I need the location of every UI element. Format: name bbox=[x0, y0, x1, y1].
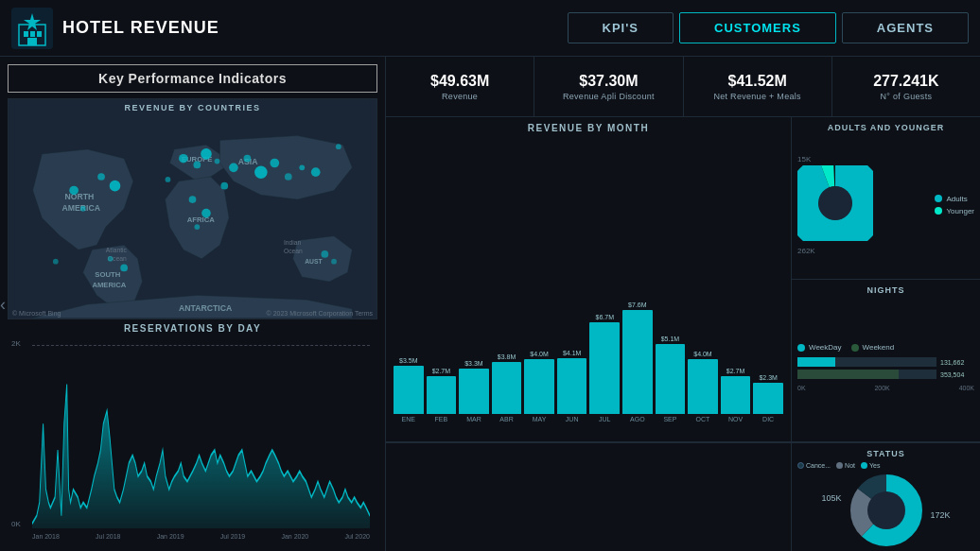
status-outer-label: 172K bbox=[930, 510, 950, 520]
svg-point-41 bbox=[322, 250, 329, 258]
svg-point-22 bbox=[97, 173, 105, 181]
bar-month-mar: MAR bbox=[466, 416, 481, 422]
map-container: REVENUE BY COUNTRIES NOR bbox=[8, 98, 377, 319]
svg-rect-2 bbox=[24, 31, 28, 37]
svg-point-33 bbox=[254, 165, 268, 179]
bar-month-oct: OCT bbox=[696, 416, 710, 422]
bar-val-sep: $5.1M bbox=[661, 336, 679, 342]
weekend-track bbox=[797, 370, 936, 379]
svg-point-49 bbox=[818, 186, 852, 220]
kpi-value-discount: $37.30M bbox=[579, 73, 638, 90]
svg-point-23 bbox=[110, 181, 121, 192]
kpi-label-guests: N° of Guests bbox=[881, 92, 933, 101]
reservations-chart-area: 2K 0K Ja bbox=[11, 337, 374, 542]
bar-month-ene: ENE bbox=[402, 416, 415, 422]
bar-val-feb: $2.7M bbox=[432, 368, 450, 374]
weekday-legend: WeekDay bbox=[797, 343, 842, 352]
status-inner-label: 105K bbox=[822, 493, 842, 503]
res-x-label-1: Jan 2018 bbox=[32, 533, 60, 540]
nav-tabs: KPI'S CUSTOMERS AGENTS bbox=[568, 12, 969, 43]
weekend-fill bbox=[797, 370, 899, 379]
nights-area: WeekDay Weekend bbox=[797, 299, 974, 436]
not-dot bbox=[836, 462, 843, 469]
adults-pie-svg bbox=[797, 165, 873, 241]
bar-val-jul: $6.7M bbox=[596, 314, 614, 320]
svg-point-39 bbox=[201, 209, 211, 218]
header: HOTEL REVENUE KPI'S CUSTOMERS AGENTS bbox=[0, 0, 980, 57]
weekend-label: Weekend bbox=[863, 343, 895, 352]
svg-point-29 bbox=[201, 148, 212, 160]
svg-point-24 bbox=[80, 206, 86, 212]
bar-sep bbox=[656, 344, 686, 414]
res-y-zero: 0K bbox=[11, 520, 21, 528]
bar-col-ago: $7.6MAGO bbox=[622, 301, 653, 422]
bar-val-may: $4.0M bbox=[530, 351, 548, 357]
kpi-title: Key Performance Indicators bbox=[8, 64, 377, 93]
weekday-fill bbox=[797, 357, 835, 367]
res-x-label-3: Jan 2019 bbox=[157, 533, 184, 540]
bar-month-nov: NOV bbox=[728, 416, 743, 422]
bar-jun bbox=[557, 358, 587, 414]
reservations-sparkline bbox=[32, 345, 370, 529]
svg-text:AFRICA: AFRICA bbox=[187, 215, 216, 224]
cancel-legend: Cance... bbox=[797, 462, 831, 469]
bar-mar bbox=[459, 369, 489, 414]
tab-agents[interactable]: AGENTS bbox=[842, 12, 969, 43]
left-panel: Key Performance Indicators REVENUE BY CO… bbox=[0, 57, 386, 551]
kpi-value-guests: 277.241K bbox=[873, 73, 938, 90]
right-panel: $49.63M Revenue $37.30M Revenue Apli Dis… bbox=[386, 57, 980, 551]
svg-point-40 bbox=[194, 224, 200, 230]
svg-text:SOUTH: SOUTH bbox=[95, 270, 120, 279]
adults-top-label: 15K bbox=[797, 155, 873, 164]
tab-customers[interactable]: CUSTOMERS bbox=[679, 12, 836, 43]
kpi-label-net-revenue: Net Revenue + Meals bbox=[713, 92, 801, 101]
svg-rect-3 bbox=[30, 31, 35, 37]
left-nav-arrow[interactable]: ‹ bbox=[0, 294, 6, 314]
bottom-row: STATUS Cance... Not Yes bbox=[386, 442, 980, 551]
bar-chart-area: $3.5MENE$2.7MFEB$3.3MMAR$3.8MABR$4.0MMAY… bbox=[394, 137, 783, 438]
weekend-value: 353,504 bbox=[940, 371, 974, 378]
svg-point-26 bbox=[120, 265, 128, 272]
bar-col-jun: $4.1MJUN bbox=[557, 350, 587, 422]
bar-month-jun: JUN bbox=[566, 416, 579, 422]
svg-point-30 bbox=[215, 159, 220, 164]
svg-text:Atlantic: Atlantic bbox=[106, 247, 128, 253]
logo-icon bbox=[11, 8, 53, 49]
bar-col-may: $4.0MMAY bbox=[524, 351, 554, 422]
weekend-bar-row: 353,504 bbox=[797, 370, 974, 379]
bar-val-oct: $4.0M bbox=[693, 351, 711, 357]
tab-kpis[interactable]: KPI'S bbox=[568, 12, 674, 43]
world-map-svg: NORTH AMERICA SOUTH AMERICA ASIA EUROPE … bbox=[9, 99, 376, 319]
svg-text:AMERICA: AMERICA bbox=[92, 281, 126, 289]
bar-month-abr: ABR bbox=[499, 416, 513, 422]
bar-ene bbox=[394, 366, 424, 414]
weekday-bar-row: 131,662 bbox=[797, 357, 974, 367]
bar-col-feb: $2.7MFEB bbox=[427, 368, 457, 422]
kpi-card-net-revenue: $41.52M Net Revenue + Meals bbox=[684, 57, 832, 116]
weekend-legend: Weekend bbox=[851, 343, 895, 352]
svg-point-36 bbox=[299, 164, 305, 170]
bar-ago bbox=[622, 310, 653, 414]
svg-point-37 bbox=[311, 167, 321, 177]
res-x-label-5: Jan 2020 bbox=[281, 533, 308, 540]
main-content: ‹ Key Performance Indicators REVENUE BY … bbox=[0, 57, 980, 551]
bar-nov bbox=[721, 376, 751, 414]
legend-younger: Younger bbox=[935, 207, 974, 215]
nights-axis: 0K 200K 400K bbox=[797, 383, 974, 391]
bar-month-feb: FEB bbox=[435, 416, 448, 422]
svg-point-25 bbox=[108, 256, 114, 262]
pie-area: 15K 262K bbox=[797, 136, 974, 273]
bar-col-mar: $3.3MMAR bbox=[459, 360, 489, 422]
bar-val-abr: $3.8M bbox=[498, 353, 516, 360]
revenue-chart-title: REVENUE BY MONTH bbox=[394, 123, 783, 133]
revenue-by-month: REVENUE BY MONTH $3.5MENE$2.7MFEB$3.3MMA… bbox=[386, 117, 791, 441]
bar-col-jul: $6.7MJUL bbox=[589, 314, 620, 422]
svg-text:ANTARCTICA: ANTARCTICA bbox=[179, 303, 233, 313]
map-label: REVENUE BY COUNTRIES bbox=[9, 103, 376, 112]
bar-dic bbox=[753, 383, 783, 414]
bar-col-abr: $3.8MABR bbox=[492, 353, 522, 422]
status-title: STATUS bbox=[797, 449, 974, 458]
svg-text:AUST: AUST bbox=[305, 258, 323, 265]
bar-oct bbox=[688, 359, 718, 414]
yes-label: Yes bbox=[869, 462, 880, 469]
